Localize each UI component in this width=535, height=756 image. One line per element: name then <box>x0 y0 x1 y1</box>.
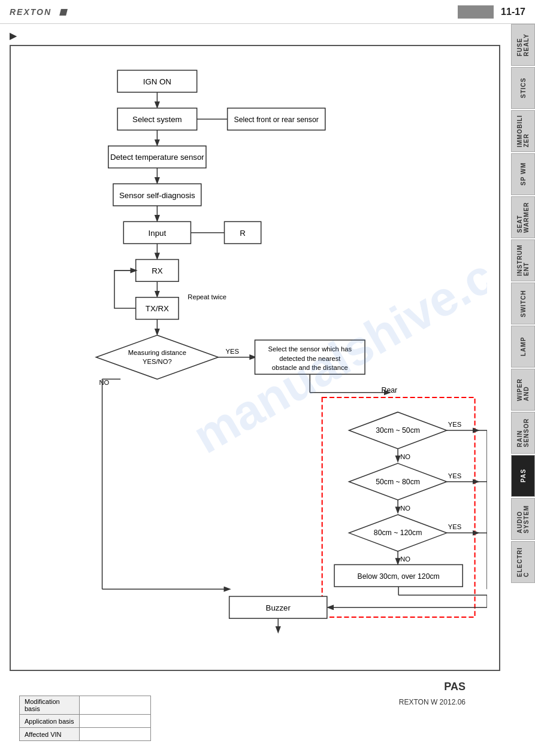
flowchart-container: IGN ON Select system Select front or rea… <box>10 45 500 671</box>
yes-label-measuring: YES <box>226 348 239 355</box>
measuring-label1: Measuring distance <box>128 349 186 356</box>
tab-pas[interactable]: PAS <box>511 455 535 497</box>
no-label-measuring: NO <box>99 379 109 386</box>
logo: REXTON ◼ <box>10 6 68 17</box>
tab-instrument[interactable]: INSTRUMENT <box>511 239 535 281</box>
txrx-label: TX/RX <box>146 304 169 313</box>
footer: PAS Modification basis Application basis… <box>10 681 475 741</box>
tab-stics[interactable]: STICS <box>511 67 535 109</box>
header: REXTON ◼ 11-17 <box>0 0 535 24</box>
select-front-rear-label: Select front or rear sensor <box>234 116 319 124</box>
no1-label: NO <box>400 453 410 460</box>
footer-version: REXTON W 2012.06 <box>399 696 466 706</box>
footer-top: PAS <box>19 681 466 696</box>
sidebar-tabs: FUSEREALY STICS IMMOBILIZER SP WM SEATWA… <box>511 0 535 584</box>
measuring-label2: YES/NO? <box>143 358 172 365</box>
table-row: Affected VIN <box>20 728 151 741</box>
tab-fuse-realy[interactable]: FUSEREALY <box>511 24 535 66</box>
tab-switch[interactable]: SWITCH <box>511 283 535 324</box>
table-row: Modification basis <box>20 696 151 715</box>
svg-marker-18 <box>96 335 218 379</box>
tab-rain-sensor[interactable]: RAINSENSOR <box>511 412 535 454</box>
select-system-label: Select system <box>132 115 182 124</box>
tab-seat-warmer[interactable]: SEATWARMER <box>511 196 535 238</box>
ign-on-label: IGN ON <box>143 77 171 86</box>
footer-section-title: PAS <box>444 681 466 693</box>
buzzer-label: Buzzer <box>266 603 291 612</box>
yes3-label: YES <box>448 523 461 530</box>
no2-label: NO <box>400 505 410 512</box>
tab-wiper[interactable]: WIPERAND <box>511 369 535 411</box>
main-content: ▶ IGN ON Select system Select f <box>0 24 510 747</box>
watermark: manualshive.com <box>184 211 487 463</box>
tab-lamp[interactable]: LAMP <box>511 326 535 368</box>
sensor-selfdiag-label: Sensor self-diagnosis <box>119 191 195 200</box>
bullet-marker: ▶ <box>10 30 500 41</box>
application-basis-value <box>80 715 151 728</box>
r-label: R <box>240 229 246 238</box>
footer-table: Modification basis Application basis Aff… <box>19 696 151 741</box>
tab-spwm[interactable]: SP WM <box>511 153 535 195</box>
repeat-twice-label: Repeat twice <box>188 293 226 300</box>
table-row: Application basis <box>20 715 151 728</box>
affected-vin-value <box>80 728 151 741</box>
tab-immobilizer[interactable]: IMMOBILIZER <box>511 110 535 152</box>
input-label: Input <box>149 229 167 238</box>
modification-basis-value <box>80 696 151 715</box>
tab-audio[interactable]: AUDIOSYSTEM <box>511 498 535 540</box>
footer-bottom: Modification basis Application basis Aff… <box>19 696 466 741</box>
yes1-label: YES <box>448 421 461 428</box>
tab-electric[interactable]: ELECTRIC <box>511 541 535 583</box>
below30-label: Below 30cm, over 120cm <box>358 572 440 581</box>
yes2-label: YES <box>448 472 461 479</box>
modification-basis-label: Modification basis <box>20 696 80 715</box>
range1-label: 30cm ~ 50cm <box>376 426 420 435</box>
detect-temp-label: Detect temperature sensor <box>110 153 204 162</box>
affected-vin-label: Affected VIN <box>20 728 80 741</box>
flowchart-svg: IGN ON Select system Select front or rea… <box>23 58 487 656</box>
range2-label: 50cm ~ 80cm <box>376 478 420 486</box>
application-basis-label: Application basis <box>20 715 80 728</box>
rx-label: RX <box>152 266 163 275</box>
range3-label: 80cm ~ 120cm <box>374 529 422 537</box>
no3-label: NO <box>400 555 410 563</box>
rear-label: Rear <box>382 386 397 394</box>
page-color-box <box>458 5 494 19</box>
